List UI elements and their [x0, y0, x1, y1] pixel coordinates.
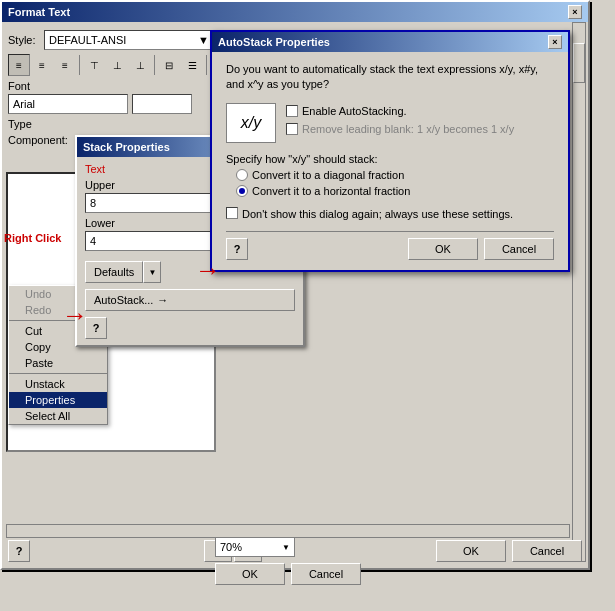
format-text-title: Format Text — [8, 6, 70, 18]
align-top-btn[interactable]: ⊤ — [83, 54, 105, 76]
main-bottom-buttons: ? ↑ ↓ OK Cancel — [2, 538, 588, 564]
type-input[interactable] — [132, 94, 192, 114]
menu-item-unstack[interactable]: Unstack — [9, 376, 107, 392]
component-label: Component: — [8, 134, 68, 146]
type-label: Type — [8, 118, 32, 130]
autostack-close-btn[interactable]: × — [548, 35, 562, 49]
style-arrow-icon: ▼ — [198, 34, 209, 46]
defaults-arrow-btn[interactable]: ▼ — [143, 261, 161, 283]
spacing-btn[interactable]: ⊟ — [158, 54, 180, 76]
stack-help-btn[interactable]: ? — [85, 317, 107, 339]
autostack-btn[interactable]: AutoStack... → — [85, 289, 295, 311]
autostack-ok-btn[interactable]: OK — [408, 238, 478, 260]
inner-cancel-btn[interactable]: Cancel — [291, 563, 361, 585]
defaults-dropdown-group: Defaults ▼ — [85, 261, 161, 283]
enable-autostacking-row: Enable AutoStacking. — [286, 105, 554, 117]
toolbar-divider-2 — [154, 55, 155, 75]
format-text-titlebar: Format Text × — [2, 2, 588, 22]
style-label: Style: — [8, 34, 38, 46]
right-click-label: Right Click — [4, 232, 61, 244]
specify-label: Specify how "x/y" should stack: — [226, 153, 554, 165]
align-bottom-btn[interactable]: ⊥ — [129, 54, 151, 76]
toolbar-divider-1 — [79, 55, 80, 75]
stack-title-label: Stack Properties — [83, 141, 170, 153]
menu-item-paste[interactable]: Paste — [9, 355, 107, 371]
autostack-btn-label: AutoStack... — [94, 294, 153, 306]
autostack-buttons: ? OK Cancel — [226, 231, 554, 260]
enable-autostacking-checkbox[interactable] — [286, 105, 298, 117]
toolbar-divider-3 — [206, 55, 207, 75]
title-bar-buttons: × — [568, 5, 582, 19]
defaults-btn[interactable]: Defaults — [85, 261, 143, 283]
align-center-btn[interactable]: ≡ — [31, 54, 53, 76]
menu-item-properties[interactable]: Properties — [9, 392, 107, 408]
autostack-right-col: Enable AutoStacking. Remove leading blan… — [286, 105, 554, 141]
autostack-arrow-icon: → — [157, 294, 168, 306]
dont-show-checkbox[interactable] — [226, 207, 238, 219]
vertical-scrollbar[interactable] — [572, 22, 586, 562]
radio-horizontal[interactable] — [236, 185, 248, 197]
remove-leading-label: Remove leading blank: 1 x/y becomes 1 x/… — [302, 123, 514, 135]
scrollbar-thumb[interactable] — [573, 43, 585, 83]
autostack-top-row: x/y Enable AutoStacking. Remove leading … — [226, 103, 554, 143]
radio-horizontal-label: Convert it to a horizontal fraction — [252, 185, 410, 197]
arrow-to-autostack: → — [195, 255, 221, 286]
style-value: DEFAULT-ANSI — [49, 34, 126, 46]
main-cancel-btn[interactable]: Cancel — [512, 540, 582, 562]
stack-bottom-row: ? — [85, 317, 295, 339]
remove-leading-checkbox[interactable] — [286, 123, 298, 135]
autostack-content: Do you want to automatically stack the t… — [212, 52, 568, 270]
font-input[interactable] — [8, 94, 128, 114]
fraction-icon: x/y — [226, 103, 276, 143]
menu-item-select-all[interactable]: Select All — [9, 408, 107, 424]
autostack-help-btn[interactable]: ? — [226, 238, 248, 260]
align-right-btn[interactable]: ≡ — [54, 54, 76, 76]
arrow-to-properties: → — [62, 300, 88, 331]
remove-leading-row: Remove leading blank: 1 x/y becomes 1 x/… — [286, 123, 554, 135]
enable-autostacking-label: Enable AutoStacking. — [302, 105, 407, 117]
inner-ok-btn[interactable]: OK — [215, 563, 285, 585]
zoom-row: 70% ▼ — [215, 537, 295, 557]
autostack-cancel-btn[interactable]: Cancel — [484, 238, 554, 260]
main-help-btn[interactable]: ? — [8, 540, 30, 562]
horizontal-scrollbar[interactable] — [6, 524, 570, 538]
align-middle-btn[interactable]: ⊥ — [106, 54, 128, 76]
radio-diagonal[interactable] — [236, 169, 248, 181]
list-btn[interactable]: ☰ — [181, 54, 203, 76]
zoom-value: 70% — [220, 541, 242, 553]
radio-diagonal-label: Convert it to a diagonal fraction — [252, 169, 404, 181]
autostack-row: AutoStack... → — [85, 289, 295, 311]
autostack-dialog: AutoStack Properties × Do you want to au… — [210, 30, 570, 272]
radio-diagonal-row: Convert it to a diagonal fraction — [226, 169, 554, 181]
align-left-btn[interactable]: ≡ — [8, 54, 30, 76]
main-ok-btn[interactable]: OK — [436, 540, 506, 562]
ok-cancel-row: OK Cancel — [215, 563, 361, 585]
zoom-dropdown[interactable]: 70% ▼ — [215, 537, 295, 557]
dont-show-label: Don't show this dialog again; always use… — [242, 207, 513, 221]
menu-divider-2 — [9, 373, 107, 374]
autostack-title-bar: AutoStack Properties × — [212, 32, 568, 52]
close-button[interactable]: × — [568, 5, 582, 19]
zoom-arrow-icon: ▼ — [282, 543, 290, 552]
dont-show-row: Don't show this dialog again; always use… — [226, 207, 554, 221]
autostack-title-label: AutoStack Properties — [218, 36, 330, 48]
style-dropdown[interactable]: DEFAULT-ANSI ▼ — [44, 30, 214, 50]
autostack-question: Do you want to automatically stack the t… — [226, 62, 554, 93]
radio-horizontal-row: Convert it to a horizontal fraction — [226, 185, 554, 197]
